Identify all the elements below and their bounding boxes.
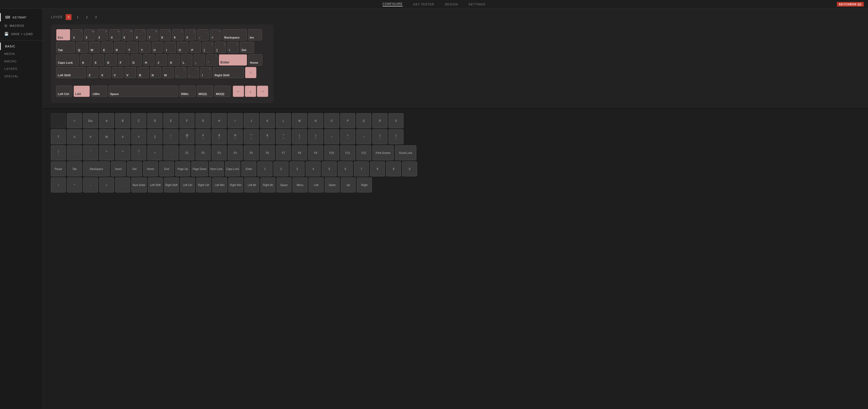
key-o[interactable]: O: [177, 42, 188, 53]
bkey-z[interactable]: Z: [147, 129, 162, 144]
key-space[interactable]: Space: [108, 86, 178, 97]
bkey-s[interactable]: S: [389, 113, 403, 128]
bkey-num7[interactable]: 7: [354, 161, 369, 176]
key-s[interactable]: S: [93, 54, 104, 66]
key-semicolon[interactable]: :;: [194, 54, 205, 66]
bkey-n[interactable]: N: [308, 113, 323, 128]
key-2[interactable]: @2: [84, 29, 95, 40]
bkey-f3[interactable]: F3: [212, 145, 227, 160]
key-mo3[interactable]: MO(3): [214, 86, 230, 97]
bkey-e[interactable]: E: [163, 113, 179, 128]
key-i[interactable]: I: [164, 42, 176, 53]
bkey-end[interactable]: End: [159, 161, 174, 176]
bkey-right-ctrl[interactable]: Right Ctrl: [196, 177, 211, 193]
bkey-o[interactable]: O: [324, 113, 339, 128]
key-a[interactable]: A: [81, 54, 92, 66]
bkey-j[interactable]: J: [244, 113, 259, 128]
key-t[interactable]: T: [127, 42, 138, 53]
bkey-num3[interactable]: 3: [289, 161, 305, 176]
bkey-num9[interactable]: 9: [386, 161, 401, 176]
key-6[interactable]: ^6: [134, 29, 146, 40]
bkey-home[interactable]: Home: [143, 161, 158, 176]
bkey-backspace[interactable]: Backspace: [83, 161, 110, 176]
key-f[interactable]: F: [118, 54, 129, 66]
bkey-underscore[interactable]: _-: [324, 129, 339, 144]
bkey-f[interactable]: F: [180, 113, 194, 128]
bkey-num-lock[interactable]: Num Lock: [209, 161, 224, 176]
key-lwin[interactable]: LWin: [91, 86, 107, 97]
bkey-gt[interactable]: >.: [115, 145, 130, 160]
key-b[interactable]: B: [137, 67, 149, 78]
nav-configure[interactable]: CONFIGURE: [382, 2, 403, 6]
key-left[interactable]: ←: [233, 86, 244, 97]
bkey-f6[interactable]: F6: [260, 145, 275, 160]
bkey-enter[interactable]: Enter: [241, 161, 256, 176]
key-rwin[interactable]: RWin: [180, 86, 195, 97]
key-3[interactable]: #3: [97, 29, 108, 40]
bkey-left-win[interactable]: Left Win: [212, 177, 227, 193]
bkey-page-up[interactable]: Page Up: [175, 161, 190, 176]
bkey-num4[interactable]: 4: [306, 161, 321, 176]
sidebar-layers[interactable]: LAYERS: [0, 65, 42, 72]
key-enter[interactable]: Enter: [219, 54, 247, 66]
bkey-v[interactable]: V: [83, 129, 98, 144]
key-home[interactable]: Home: [248, 54, 262, 66]
bkey-right[interactable]: Right: [357, 177, 372, 193]
bkey-f1[interactable]: F1: [180, 145, 194, 160]
key-tab[interactable]: Tab: [56, 42, 75, 53]
bkey-dquote[interactable]: "': [83, 145, 98, 160]
bkey-f8[interactable]: F8: [292, 145, 307, 160]
bkey-asterisk[interactable]: *: [67, 177, 82, 193]
bkey-t[interactable]: T: [51, 129, 66, 144]
bkey-excl[interactable]: !1: [163, 129, 179, 144]
key-lalt[interactable]: LAlt: [74, 86, 90, 97]
bkey-m[interactable]: M: [292, 113, 307, 128]
layer-1[interactable]: 1: [75, 14, 81, 20]
key-e[interactable]: E: [101, 42, 113, 53]
bkey-l[interactable]: L: [276, 113, 291, 128]
bkey-question[interactable]: ?/: [131, 145, 146, 160]
bkey-left-shift[interactable]: Left Shift: [148, 177, 163, 193]
bkey-tilde[interactable]: ~: [356, 129, 371, 144]
sidebar-basic[interactable]: BASIC: [0, 42, 42, 50]
bkey-c[interactable]: C: [131, 113, 146, 128]
bkey-f2[interactable]: F2: [195, 145, 211, 160]
bkey-b[interactable]: B: [115, 113, 130, 128]
bkey-d[interactable]: D: [147, 113, 162, 128]
bkey-caret[interactable]: ^6: [244, 129, 259, 144]
bkey-menu[interactable]: Menu: [292, 177, 308, 193]
bkey-f10[interactable]: F10: [324, 145, 339, 160]
sidebar-keymap[interactable]: ⌨ KEYMAP: [0, 13, 42, 22]
key-equals[interactable]: +=: [210, 29, 221, 40]
bkey-trns[interactable]: ▽: [67, 113, 82, 128]
bkey-slash2[interactable]: /: [51, 177, 66, 193]
key-esc[interactable]: Esc: [56, 29, 70, 40]
key-left-shift[interactable]: Left Shift: [56, 67, 86, 78]
key-mo2[interactable]: MO(2): [197, 86, 213, 97]
layer-0[interactable]: 0: [66, 14, 71, 20]
bkey-right-shift[interactable]: Right Shift: [164, 177, 179, 193]
key-1[interactable]: !1: [71, 29, 83, 40]
bkey-lbrace[interactable]: {[: [372, 129, 388, 144]
sidebar-special[interactable]: SPECIAL: [0, 72, 42, 80]
key-j[interactable]: J: [156, 54, 167, 66]
key-4[interactable]: $4: [109, 29, 121, 40]
bkey-down[interactable]: Down: [325, 177, 340, 193]
key-right[interactable]: →: [257, 86, 268, 97]
bkey-num2[interactable]: 2: [274, 161, 288, 176]
key-h[interactable]: H: [143, 54, 155, 66]
key-v[interactable]: V: [125, 67, 136, 78]
bkey-space[interactable]: Space: [277, 177, 291, 193]
bkey-f11[interactable]: F11: [340, 145, 355, 160]
bkey-lt[interactable]: <,: [99, 145, 114, 160]
bkey-eq[interactable]: =: [147, 145, 162, 160]
bkey-p[interactable]: P: [340, 113, 355, 128]
bkey-page-down[interactable]: Page Down: [191, 161, 208, 176]
sidebar-macros[interactable]: ◎ MACROS: [0, 22, 42, 30]
key-minus[interactable]: _-: [197, 29, 209, 40]
bkey-f7[interactable]: F7: [276, 145, 291, 160]
nav-settings[interactable]: SETTINGS: [469, 3, 486, 6]
key-comma[interactable]: <,: [175, 67, 186, 78]
key-9[interactable]: (9: [172, 29, 184, 40]
key-5[interactable]: %5: [122, 29, 133, 40]
